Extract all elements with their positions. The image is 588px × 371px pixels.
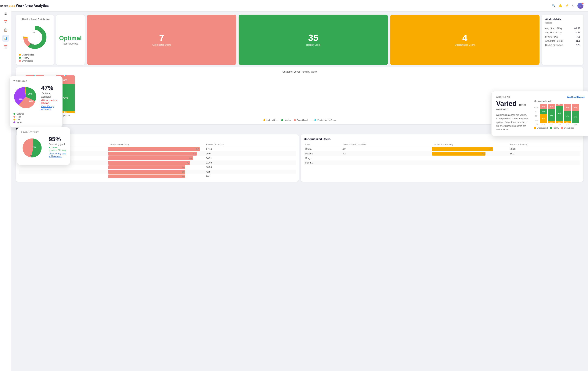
svg-text:85%: 85% [30,43,34,45]
search-icon[interactable]: 🔍 [552,4,556,7]
legend-optimal: Optimal [13,113,59,115]
table-row: Avg. Start of Day 08:53 [545,27,580,30]
table-row: Avg. End of Day 17:41 [545,31,580,34]
workload-pie-svg: 47% 39% 13% 2% [13,85,38,109]
util-dist-card: Utilization Level Distribution 13% 3% [16,15,54,65]
svg-text:95%: 95% [32,146,36,148]
legend-dot [263,119,265,121]
float-varied-card: WORKLOAD Workload Balance Varied Team wo… [491,91,588,136]
table-row: Keny... [304,156,581,160]
overutilized-count: 7 [159,33,164,42]
view-30day-goal-link[interactable]: View 30-day goal achievement [49,152,66,158]
dashboard-body: Utilization Level Distribution 13% 3% [11,11,588,185]
legend-underutilized: Underutilized [19,54,34,56]
legend-varied: Varied [13,121,59,124]
overutilized-label: Overutilized Users [152,43,171,46]
float-varied-main: Varied Team workload Workload balances a… [496,100,585,131]
work-habits-table: Avg. Start of Day 08:53 Avg. End of Day … [545,26,580,47]
varied-legend-underutilized: Underutilized [534,127,548,129]
optimal-card: Optimal Team Workload [56,15,85,65]
sidebar-item-schedule[interactable]: 📆 [2,43,9,50]
float-prod-content: 95% 5% 95% Achieving goal +11% vs previo… [21,136,66,161]
float-workload-percent: 47% [41,85,53,91]
float-workload-change: -2% vs previous 30 days [41,99,59,104]
util-col-1: 27% 27% 46% 1/14 [540,104,547,126]
work-habits-title: Work Habits [545,18,580,21]
legend-dot-red [19,60,21,62]
float-prod-pie: 95% 5% [21,136,46,161]
float-varied-label: WORKLOAD [496,96,510,98]
float-prod-percent: 95% [49,136,66,143]
legend-line [311,120,313,120]
underutilized-users-table: User Underutilized Threshold Productive … [304,142,581,165]
menu-icon[interactable]: ☰ [3,11,8,17]
sidebar-item-list[interactable]: 📋 [2,27,9,33]
sidebar-item-analytics[interactable]: 📊 [2,35,9,42]
float-workload-pie: 47% 39% 13% 2% [13,85,38,110]
util-dist-legend: Underutilized Healthy Overutilized [19,54,34,62]
avatar[interactable]: U 3 [578,3,583,9]
table-header-row: User Underutilized Threshold Productive … [304,142,581,147]
header: Workforce Analytics 🔍 🔔 ⚡ ↻ U 3 [11,0,588,11]
float-varied-right: Utilization trends 100% 75% 50% 25% 0% [534,100,585,131]
healthy-label: Healthy Users [306,43,320,46]
util-col-2: 27% 64% 9% 1/23 [548,104,555,126]
overutilized-metric-card: 7 Overutilized Users [87,15,236,65]
legend-dot [281,119,283,121]
healthy-count: 35 [308,33,318,42]
productivity-pie-svg: 95% 5% [21,136,46,160]
svg-text:13%: 13% [32,32,35,33]
legend-overutilized: Overutilized [19,60,34,62]
legend-dot-teal [314,119,316,121]
optimal-value: Optimal [59,35,82,42]
float-prod-change: +11% vs previous 30 days [49,146,66,152]
svg-text:5%: 5% [30,155,32,157]
util-col-5: 36% 64% 2/11 [572,104,579,126]
app-logo: JOURNEEZ >>>> [0,3,17,9]
util-col-3: 8% 84% 8% 1/28 [556,104,563,126]
optimal-label: Team Workload [63,42,78,45]
table-row: Maximo 4.2 3.8 16.0 [304,151,581,156]
filter-icon[interactable]: ⚡ [565,4,569,7]
legend-dot-green [19,57,21,59]
float-varied-title: Varied [496,100,516,107]
svg-text:3%: 3% [40,31,42,33]
float-varied-desc: Workload balances are varied.In the prev… [496,113,530,131]
legend-overutilized: Overutilized [294,119,307,121]
work-habits-card: Work Habits Metrics Avg. Start of Day 08… [542,15,583,65]
donut-svg: 13% 3% 85% [21,24,48,51]
util-trend-title: Utilization Level Trend by Week [19,70,580,73]
sidebar: JOURNEEZ >>>> ☰ 📅 📋 📊 📆 [0,0,11,371]
workload-balance-link[interactable]: Workload Balance [567,96,585,98]
work-habits-subtitle: Metrics [545,21,580,24]
util-trends-chart: 100% 75% 50% 25% 0% 27% 27% [534,104,585,126]
util-dist-title: Utilization Level Distribution [20,18,50,21]
legend-dot [294,119,296,121]
legend-productive-hrs: Productive Hrs/User [311,119,336,121]
underutilized-users-card: Underutilized Users User Underutilized T… [301,134,584,182]
varied-legend-healthy: Healthy [550,127,559,129]
donut-chart: 13% 3% 85% [21,24,48,51]
float-workload-card: WORKLOAD [10,76,63,127]
float-workload-legend: Optimal High Low Varied [13,113,59,124]
varied-chart-legend: Underutilized Healthy Overutilized [534,127,585,129]
table-row: 8.0 109.8 [19,165,296,170]
legend-healthy: Healthy [19,57,34,59]
table-row: Breaks (mins/day) 128 [545,43,580,47]
bell-icon[interactable]: 🔔 [559,4,562,7]
float-workload-label: WORKLOAD [13,80,59,82]
header-actions: 🔍 🔔 ⚡ ↻ U 3 [552,3,583,9]
sidebar-item-calendar[interactable]: 📅 [2,18,9,25]
float-productivity-card: PRODUCTIVITY 95% 5% 95% [17,127,70,165]
svg-text:47%: 47% [28,93,32,95]
refresh-icon[interactable]: ↻ [572,4,574,7]
varied-legend-overutilized: Overutilized [561,127,574,129]
top-cards-row: Utilization Level Distribution 13% 3% [16,15,583,65]
view-30day-workloads-link[interactable]: View 30-day workloads [41,105,59,110]
table-row: 8.0 42.5 [19,170,296,174]
underutilized-metric-card: 4 Underutilized Users [390,15,539,65]
avatar-badge: 3 [582,2,584,5]
table-row: 8.0 90.1 [19,174,296,179]
underutilized-count: 4 [462,33,467,42]
legend-high: High [13,116,59,118]
